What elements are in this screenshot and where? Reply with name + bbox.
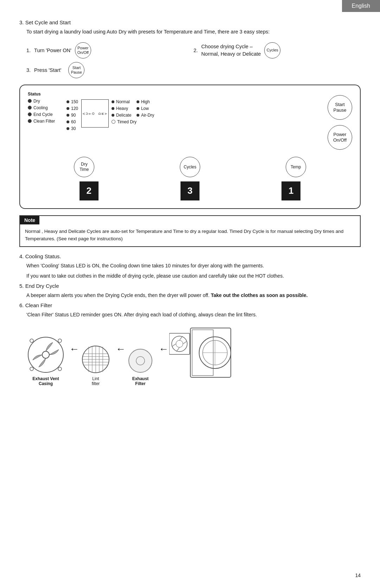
svg-point-19 [129, 349, 152, 372]
power-button-diagram: Power On/Off [75, 42, 91, 58]
start-btn-line2: Pause [71, 70, 82, 75]
exhaust-filter-svg [126, 346, 154, 374]
exhaust-filter-label: ExhaustFilter [132, 376, 149, 386]
status-cooling: Cooling [28, 105, 66, 110]
svg-point-29 [176, 340, 183, 347]
dot-150 [66, 100, 69, 103]
dot-air-dry [137, 114, 139, 117]
cycles-panel-label: Cycles [184, 165, 196, 169]
led-clean-filter [28, 119, 32, 123]
start-btn-line1: Start [72, 66, 81, 70]
dry-time-label1: Dry [81, 162, 88, 167]
dot-normal [112, 100, 114, 103]
dot-120 [66, 107, 69, 110]
status-label: Status [28, 92, 66, 97]
panel-bottom-buttons: Dry Time Cycles Temp [28, 157, 352, 177]
lint-filter-label: Lintfilter [92, 376, 100, 386]
time-90: 90 [66, 113, 81, 118]
temp-panel-button: Temp [286, 157, 306, 177]
svg-point-3 [58, 339, 62, 342]
dryer-illustration-item [169, 326, 233, 386]
section4: 4. Cooling Status. When 'Cooling' Status… [19, 253, 361, 280]
dot-30 [66, 127, 69, 130]
status-dry: Dry [28, 99, 66, 104]
svg-point-0 [28, 337, 63, 372]
dot-delicate [112, 114, 114, 117]
time-30: 30 [66, 126, 81, 131]
lint-filter-item: Lintfilter [80, 342, 112, 386]
svg-point-1 [42, 351, 49, 358]
step-box-2: 2 [80, 181, 99, 200]
arrow1: ← [69, 343, 79, 355]
dry-time-button: Dry Time [74, 157, 94, 177]
exhaust-filter-item: ExhaustFilter [126, 346, 154, 386]
section5-title: 5. End Dry Cycle [19, 283, 361, 289]
dot-90 [66, 114, 69, 117]
status-end-cycle: End Cycle [28, 112, 66, 117]
dot-high [137, 100, 139, 103]
time-150: 150 [66, 99, 81, 104]
svg-point-2 [30, 339, 33, 342]
time-120: 120 [66, 106, 81, 111]
svg-rect-27 [169, 333, 190, 354]
dry-time-label2: Time [80, 167, 89, 172]
step3-text: Press 'Start' [34, 67, 61, 73]
dot-low [137, 107, 139, 110]
exhaust-vent-svg [26, 335, 65, 374]
dot-60 [66, 120, 69, 123]
lint-filter-svg [80, 342, 112, 374]
svg-point-28 [172, 336, 187, 352]
arrow3: ← [159, 343, 169, 355]
section4-para2: If you want to take out clothes in the m… [26, 272, 361, 280]
section6-para1: 'Clean Filter' Status LED reminder goes … [26, 311, 361, 319]
led-end-cycle [28, 112, 32, 116]
cycles-btn-label: Cycles [267, 48, 278, 52]
start-pause-button-diagram: Start Pause [68, 62, 84, 78]
control-panel-diagram: Status Dry Cooling End Cycle [19, 85, 361, 209]
section3-title: 3. Set Cycle and Start [19, 19, 361, 25]
cycle-timed-dry: Timed Dry [112, 119, 137, 124]
cycle-normal: Normal [112, 99, 137, 104]
exhaust-vent-casing-item: Exhaust VentCasing [26, 335, 65, 386]
power-btn-line2: On/Off [77, 50, 89, 55]
step1-text: Turn 'Power ON' [34, 48, 71, 53]
panel-power-label1: Power [334, 132, 347, 137]
section4-title: 4. Cooling Status. [19, 253, 361, 259]
status-clean-filter: Clean Filter [28, 119, 66, 124]
english-tab: English [342, 0, 380, 12]
section4-para1: When 'Cooling' Status LED is ON, the Coo… [26, 262, 361, 270]
temp-air-dry: Air-Dry [137, 113, 165, 118]
section5-normal-text: A beeper alarm alerts you when the Dryin… [26, 292, 209, 298]
power-panel-button: Power On/Off [328, 125, 352, 150]
cycle-delicate: Delicate [112, 113, 137, 118]
dryer-illustration-svg [169, 326, 233, 379]
svg-point-4 [30, 367, 33, 371]
panel-pause-label: Pause [334, 107, 347, 113]
start-pause-panel-button: Start Pause [328, 95, 352, 120]
temp-high: High [137, 99, 165, 104]
step3-number: 3. [26, 67, 31, 73]
power-btn-line1: Power [77, 46, 88, 50]
svg-point-5 [58, 367, 62, 371]
section5-bold-text: Take out the clothes as soon as possible… [209, 292, 308, 298]
step1-number: 1. [26, 48, 31, 53]
dot-timed-dry [112, 120, 115, 124]
temp-panel-label: Temp [291, 165, 301, 169]
page-number: 14 [355, 572, 361, 578]
section5: 5. End Dry Cycle A beeper alarm alerts y… [19, 283, 361, 299]
dot-heavy [112, 107, 114, 110]
led-cooling [28, 106, 32, 110]
note-box: Note Normal , Heavy and Delicate Cycles … [19, 215, 361, 247]
exhaust-vent-label: Exhaust VentCasing [32, 376, 59, 386]
step-number-boxes: 2 3 1 [28, 181, 352, 200]
section6: 6. Clean Filter 'Clean Filter' Status LE… [19, 302, 361, 319]
panel-start-label: Start [335, 102, 344, 107]
time-60: 60 [66, 119, 81, 124]
step-box-3: 3 [180, 181, 200, 200]
step2-text: Choose drying Cycle –Normal, Heavy or De… [201, 43, 261, 57]
panel-power-label2: On/Off [333, 137, 347, 143]
arrow2: ← [116, 343, 126, 355]
section3-intro: To start drying a laundry load using Aut… [26, 28, 361, 36]
note-text: Normal , Heavy and Delicate Cycles are a… [20, 224, 360, 246]
cycles-button-diagram: Cycles [264, 42, 280, 58]
